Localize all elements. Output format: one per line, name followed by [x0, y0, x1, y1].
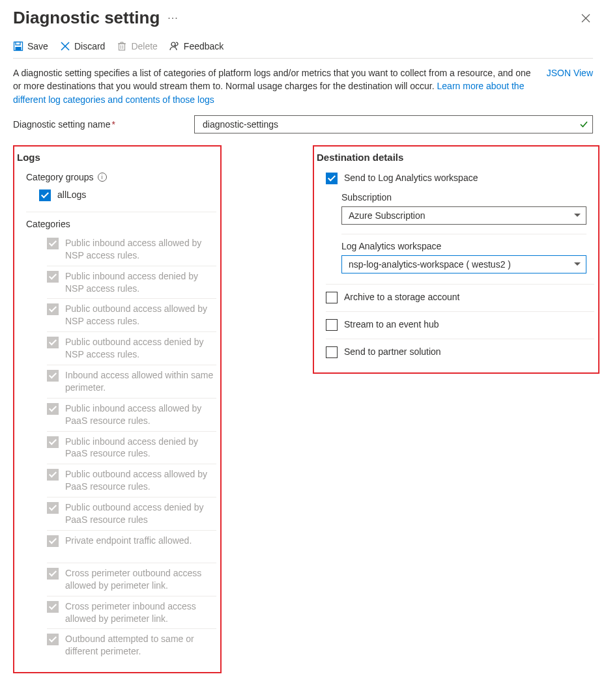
send-log-analytics-label: Send to Log Analytics workspace	[344, 172, 478, 184]
archive-storage-checkbox[interactable]	[326, 292, 338, 303]
all-logs-label: allLogs	[57, 189, 86, 201]
category-checkbox[interactable]	[47, 403, 59, 415]
delete-button: Delete	[117, 41, 157, 51]
category-groups-label: Category groups i	[26, 172, 216, 182]
archive-storage-row[interactable]: Archive to a storage account	[326, 284, 594, 303]
category-row[interactable]: Public outbound access allowed by NSP ac…	[47, 303, 216, 332]
diagnostic-name-label: Diagnostic setting name*	[13, 119, 182, 130]
category-label: Public inbound access allowed by PaaS re…	[65, 402, 216, 427]
category-checkbox[interactable]	[47, 535, 59, 547]
page-title: Diagnostic setting	[13, 8, 160, 28]
diagnostic-name-field[interactable]	[194, 115, 593, 133]
category-row[interactable]: Public outbound access denied by PaaS re…	[47, 501, 216, 531]
partner-solution-checkbox[interactable]	[326, 346, 338, 358]
category-label: Public inbound access allowed by NSP acc…	[65, 237, 216, 262]
valid-check-icon	[579, 120, 588, 129]
discard-label: Discard	[74, 41, 105, 51]
info-icon[interactable]: i	[98, 173, 107, 182]
delete-label: Delete	[131, 41, 157, 51]
subscription-label: Subscription	[341, 192, 586, 203]
category-label: Public inbound access denied by NSP acce…	[65, 270, 216, 295]
feedback-label: Feedback	[184, 41, 224, 51]
partner-solution-label: Send to partner solution	[344, 346, 441, 358]
save-button[interactable]: Save	[13, 41, 48, 51]
description-block: A diagnostic setting specifies a list of…	[13, 66, 593, 106]
svg-rect-7	[119, 44, 125, 50]
category-label: Public inbound access denied by PaaS res…	[65, 436, 216, 460]
category-row[interactable]: Public outbound access allowed by PaaS r…	[47, 468, 216, 497]
all-logs-checkbox[interactable]	[39, 189, 51, 201]
blade-header: Diagnostic setting ···	[13, 8, 593, 28]
category-row[interactable]: Public inbound access allowed by NSP acc…	[47, 237, 216, 266]
category-checkbox[interactable]	[47, 370, 59, 382]
category-label: Outbound attempted to same or different …	[65, 633, 216, 658]
category-row[interactable]: Public inbound access denied by NSP acce…	[47, 270, 216, 300]
category-label: Public outbound access denied by NSP acc…	[65, 336, 216, 361]
diagnostic-name-row: Diagnostic setting name*	[13, 115, 593, 133]
category-label: Inbound access allowed within same perim…	[65, 369, 216, 394]
category-label: Cross perimeter inbound access allowed b…	[65, 600, 216, 625]
category-checkbox[interactable]	[47, 303, 59, 315]
delete-icon	[117, 41, 127, 51]
svg-rect-3	[16, 42, 20, 46]
partner-solution-row[interactable]: Send to partner solution	[326, 339, 594, 358]
category-row[interactable]: Outbound attempted to same or different …	[47, 633, 216, 662]
category-checkbox[interactable]	[47, 634, 59, 645]
chevron-down-icon	[574, 214, 581, 217]
category-checkbox[interactable]	[47, 238, 59, 249]
category-row[interactable]: Cross perimeter inbound access allowed b…	[47, 600, 216, 630]
save-icon	[13, 41, 23, 51]
svg-point-14	[171, 42, 175, 46]
category-label: Public outbound access allowed by NSP ac…	[65, 303, 216, 328]
send-log-analytics-checkbox[interactable]	[326, 173, 338, 184]
discard-icon	[60, 41, 70, 51]
category-row[interactable]: Inbound access allowed within same perim…	[47, 369, 216, 399]
stream-eventhub-row[interactable]: Stream to an event hub	[326, 311, 594, 331]
workspace-value: nsp-log-analytics-workspace ( westus2 )	[349, 259, 511, 270]
save-label: Save	[27, 41, 48, 51]
subscription-value: Azure Subscription	[349, 210, 426, 221]
category-row[interactable]: Cross perimeter outbound access allowed …	[47, 567, 216, 596]
send-log-analytics-row[interactable]: Send to Log Analytics workspace	[326, 172, 594, 184]
category-row[interactable]: Public inbound access denied by PaaS res…	[47, 436, 216, 465]
workspace-select[interactable]: nsp-log-analytics-workspace ( westus2 )	[341, 255, 586, 273]
diagnostic-name-input[interactable]	[201, 116, 574, 133]
category-row[interactable]: Public outbound access denied by NSP acc…	[47, 336, 216, 365]
destination-header: Destination details	[317, 152, 594, 163]
stream-eventhub-label: Stream to an event hub	[344, 318, 439, 331]
category-label: Public outbound access allowed by PaaS r…	[65, 468, 216, 493]
subscription-select[interactable]: Azure Subscription	[341, 206, 586, 225]
category-checkbox[interactable]	[47, 601, 59, 613]
destination-panel: Destination details Send to Log Analytic…	[313, 145, 599, 374]
feedback-button[interactable]: Feedback	[169, 41, 224, 51]
categories-heading: Categories	[26, 212, 216, 229]
category-checkbox[interactable]	[47, 469, 59, 481]
category-checkbox[interactable]	[47, 502, 59, 514]
category-row[interactable]: Private endpoint traffic allowed.	[47, 535, 216, 563]
stream-eventhub-checkbox[interactable]	[326, 319, 338, 331]
category-label: Public outbound access denied by PaaS re…	[65, 501, 216, 526]
toolbar: Save Discard Delete Feedback	[13, 41, 593, 59]
logs-panel: Logs Category groups i allLogs Categorie…	[13, 145, 222, 674]
workspace-label: Log Analytics workspace	[341, 234, 586, 251]
more-actions-icon[interactable]: ···	[167, 12, 178, 24]
json-view-link[interactable]: JSON View	[547, 66, 593, 106]
category-label: Cross perimeter outbound access allowed …	[65, 567, 216, 592]
feedback-icon	[169, 41, 180, 51]
category-label: Private endpoint traffic allowed.	[65, 535, 192, 547]
archive-storage-label: Archive to a storage account	[344, 291, 459, 303]
logs-header: Logs	[17, 152, 216, 163]
category-checkbox[interactable]	[47, 337, 59, 348]
close-icon[interactable]	[579, 14, 593, 23]
svg-rect-4	[16, 47, 22, 51]
chevron-down-icon	[574, 262, 581, 266]
category-checkbox[interactable]	[47, 568, 59, 580]
discard-button[interactable]: Discard	[60, 41, 105, 51]
all-logs-row[interactable]: allLogs	[39, 189, 216, 201]
category-row[interactable]: Public inbound access allowed by PaaS re…	[47, 402, 216, 432]
category-checkbox[interactable]	[47, 271, 59, 283]
category-checkbox[interactable]	[47, 436, 59, 448]
